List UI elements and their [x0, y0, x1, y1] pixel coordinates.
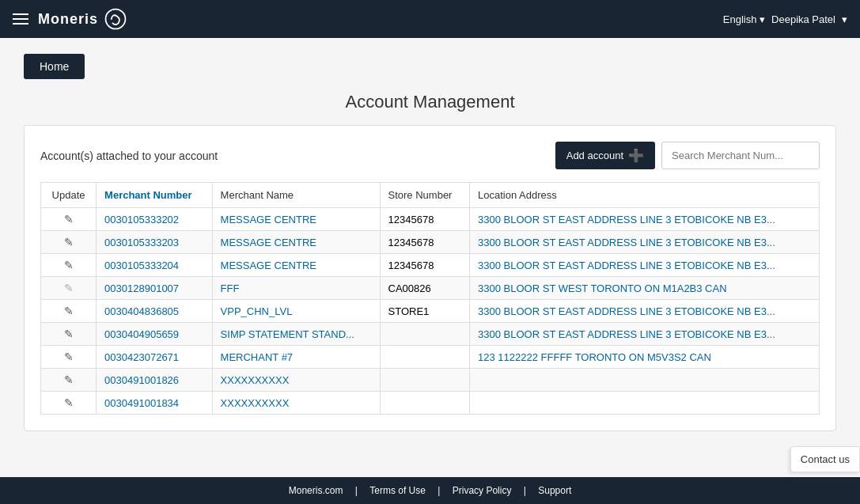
merchant-name-link[interactable]: MESSAGE CENTRE	[221, 260, 316, 271]
merchant-name-link[interactable]: SIMP STATEMENT STAND...	[221, 328, 354, 340]
add-account-label: Add account	[566, 150, 623, 161]
table-cell-merchant-name: FFF	[212, 277, 380, 300]
footer: Moneris.com | Terms of Use | Privacy Pol…	[0, 477, 860, 504]
account-management-card: Account(s) attached to your account Add …	[24, 125, 836, 431]
table-cell-merchant-name: VPP_CHN_LVL	[212, 300, 380, 323]
table-cell-update: ✎	[41, 323, 97, 346]
edit-icon[interactable]: ✎	[64, 328, 74, 340]
table-cell-store-number: STORE1	[380, 300, 470, 323]
table-cell-merchant-number: 0030105333204	[97, 254, 213, 277]
merchant-number-link[interactable]: 0030105333203	[104, 237, 179, 248]
table-cell-merchant-number: 0030404905659	[97, 323, 213, 346]
merchant-number-link[interactable]: 0030491001826	[104, 374, 179, 386]
table-row: ✎0030404905659SIMP STATEMENT STAND...330…	[41, 323, 820, 346]
merchant-name-link[interactable]: MESSAGE CENTRE	[221, 237, 316, 248]
footer-link-support[interactable]: Support	[538, 485, 571, 496]
footer-link-moneris[interactable]: Moneris.com	[289, 485, 343, 496]
merchant-number-link[interactable]: 0030128901007	[104, 282, 179, 294]
table-cell-merchant-number: 0030404836805	[97, 300, 213, 323]
table-cell-merchant-name: SIMP STATEMENT STAND...	[212, 323, 380, 346]
merchant-name-link[interactable]: MERCHANT #7	[221, 351, 294, 363]
merchant-number-link[interactable]: 0030404836805	[104, 305, 179, 317]
location-link[interactable]: 3300 BLOOR ST EAST ADDRESS LINE 3 ETOBIC…	[478, 305, 775, 317]
table-cell-location: 3300 BLOOR ST WEST TORONTO ON M1A2B3 CAN	[470, 277, 820, 300]
logo: Moneris	[38, 6, 128, 32]
card-header: Account(s) attached to your account Add …	[40, 142, 820, 169]
location-link[interactable]: 3300 BLOOR ST EAST ADDRESS LINE 3 ETOBIC…	[478, 328, 775, 340]
table-cell-store-number	[380, 369, 470, 392]
edit-icon[interactable]: ✎	[64, 213, 74, 225]
col-header-merchant-name: Merchant Name	[212, 183, 380, 208]
table-row: ✎0030423072671MERCHANT #7123 1122222 FFF…	[41, 346, 820, 369]
edit-icon[interactable]: ✎	[64, 373, 74, 386]
table-cell-store-number	[380, 323, 470, 346]
merchant-name-link[interactable]: VPP_CHN_LVL	[221, 305, 293, 317]
location-link[interactable]: 3300 BLOOR ST EAST ADDRESS LINE 3 ETOBIC…	[478, 237, 775, 248]
location-link[interactable]: 3300 BLOOR ST WEST TORONTO ON M1A2B3 CAN	[478, 282, 727, 294]
col-header-update: Update	[41, 183, 97, 208]
merchant-number-link[interactable]: 0030423072671	[104, 351, 179, 363]
table-cell-location	[470, 369, 820, 392]
svg-point-0	[106, 9, 126, 29]
location-link[interactable]: 3300 BLOOR ST EAST ADDRESS LINE 3 ETOBIC…	[478, 260, 775, 271]
edit-icon[interactable]: ✎	[64, 259, 74, 271]
merchant-number-link[interactable]: 0030404905659	[104, 328, 179, 340]
merchant-name-link[interactable]: FFF	[221, 282, 240, 294]
col-header-merchant-number: Merchant Number	[97, 183, 213, 208]
col-header-location-address: Location Address	[470, 183, 820, 208]
search-input[interactable]	[661, 142, 820, 169]
edit-icon[interactable]: ✎	[64, 351, 74, 363]
footer-links: Moneris.com | Terms of Use | Privacy Pol…	[282, 485, 578, 496]
table-cell-merchant-number: 0030491001834	[97, 392, 213, 415]
table-row: ✎0030105333202MESSAGE CENTRE123456783300…	[41, 208, 820, 231]
table-cell-update: ✎	[41, 254, 97, 277]
table-cell-location: 3300 BLOOR ST EAST ADDRESS LINE 3 ETOBIC…	[470, 300, 820, 323]
table-header: Update Merchant Number Merchant Name Sto…	[41, 183, 820, 208]
edit-icon[interactable]: ✎	[64, 396, 74, 409]
table-cell-location: 123 1122222 FFFFF TORONTO ON M5V3S2 CAN	[470, 346, 820, 369]
table-cell-merchant-name: XXXXXXXXXX	[212, 369, 380, 392]
merchant-name-link[interactable]: XXXXXXXXXX	[221, 374, 290, 386]
table-cell-merchant-name: MESSAGE CENTRE	[212, 254, 380, 277]
table-cell-store-number: 12345678	[380, 208, 470, 231]
add-account-button[interactable]: Add account ➕	[555, 142, 655, 169]
table-cell-merchant-number: 0030491001826	[97, 369, 213, 392]
table-cell-update: ✎	[41, 346, 97, 369]
location-link[interactable]: 3300 BLOOR ST EAST ADDRESS LINE 3 ETOBIC…	[478, 214, 775, 225]
user-name[interactable]: Deepika Patel	[771, 13, 835, 25]
main-content: Home Account Management Account(s) attac…	[0, 38, 860, 477]
footer-link-privacy[interactable]: Privacy Policy	[453, 485, 512, 496]
table-row: ✎0030105333204MESSAGE CENTRE123456783300…	[41, 254, 820, 277]
table-cell-merchant-number: 0030423072671	[97, 346, 213, 369]
footer-link-terms[interactable]: Terms of Use	[369, 485, 426, 496]
card-actions: Add account ➕	[555, 142, 820, 169]
home-button[interactable]: Home	[24, 54, 85, 79]
logo-swirl-icon	[103, 6, 128, 32]
location-link[interactable]: 123 1122222 FFFFF TORONTO ON M5V3S2 CAN	[478, 351, 711, 363]
footer-sep-1: |	[355, 485, 358, 496]
footer-sep-2: |	[438, 485, 440, 496]
table-cell-merchant-number: 0030105333203	[97, 231, 213, 254]
table-cell-update: ✎	[41, 277, 97, 300]
merchant-number-link[interactable]: 0030491001834	[104, 397, 179, 409]
table-row: ✎0030404836805VPP_CHN_LVLSTORE13300 BLOO…	[41, 300, 820, 323]
merchant-number-link[interactable]: 0030105333202	[104, 214, 179, 225]
footer-sep-3: |	[524, 485, 526, 496]
merchant-name-link[interactable]: MESSAGE CENTRE	[221, 214, 316, 225]
table-cell-store-number	[380, 392, 470, 415]
merchant-name-link[interactable]: XXXXXXXXXX	[221, 397, 290, 409]
table-cell-update: ✎	[41, 231, 97, 254]
table-cell-update: ✎	[41, 392, 97, 415]
edit-icon[interactable]: ✎	[64, 305, 74, 317]
add-icon: ➕	[628, 148, 644, 163]
page-title: Account Management	[24, 92, 836, 112]
merchant-number-link[interactable]: 0030105333204	[104, 260, 179, 271]
hamburger-menu[interactable]	[13, 13, 28, 25]
table-row: ✎0030128901007FFFCA008263300 BLOOR ST WE…	[41, 277, 820, 300]
table-row: ✎0030491001834XXXXXXXXXX	[41, 392, 820, 415]
edit-icon[interactable]: ✎	[64, 236, 74, 248]
table-cell-location	[470, 392, 820, 415]
table-cell-store-number: CA00826	[380, 277, 470, 300]
contact-us-button[interactable]: Contact us	[790, 446, 860, 472]
language-selector[interactable]: English ▾	[723, 13, 765, 25]
